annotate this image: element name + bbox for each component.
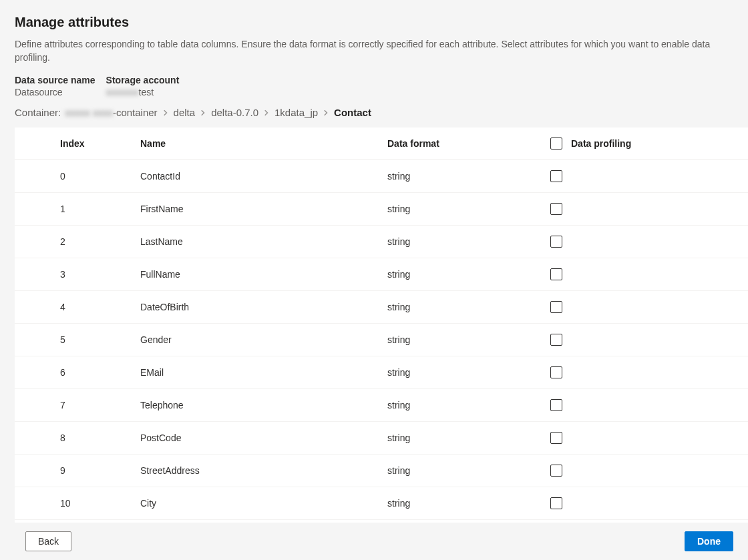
header-spacer (15, 127, 55, 160)
header-data-profiling[interactable]: Data profiling (542, 127, 748, 160)
cell-name: FirstName (135, 193, 382, 226)
data-profiling-checkbox[interactable] (550, 203, 562, 215)
cell-index: 7 (55, 389, 135, 422)
cell-data-profiling (542, 487, 748, 520)
row-spacer (15, 389, 55, 422)
data-profiling-checkbox[interactable] (550, 465, 562, 477)
cell-name: PostCode (135, 422, 382, 455)
cell-name: LastName (135, 226, 382, 258)
cell-data-profiling (542, 160, 748, 193)
cell-data-format: string (382, 422, 542, 455)
redacted-text: xxxxxxx (106, 87, 139, 97)
breadcrumb-prefix: Container: (15, 107, 61, 118)
table-row: 2LastNamestring (15, 226, 748, 258)
data-profiling-checkbox[interactable] (550, 432, 562, 444)
breadcrumb-item-delta[interactable]: delta (174, 107, 196, 118)
data-profiling-checkbox[interactable] (550, 170, 562, 182)
header-index[interactable]: Index (55, 127, 135, 160)
cell-data-profiling (542, 226, 748, 258)
header-data-format[interactable]: Data format (382, 127, 542, 160)
row-spacer (15, 258, 55, 291)
cell-index: 4 (55, 291, 135, 324)
cell-data-format: string (382, 258, 542, 291)
cell-data-profiling (542, 455, 748, 487)
cell-index: 1 (55, 193, 135, 226)
cell-index: 9 (55, 455, 135, 487)
cell-data-format: string (382, 455, 542, 487)
breadcrumb: Container: xxxxx xxxx-container deltadel… (15, 107, 733, 118)
cell-data-format: string (382, 291, 542, 324)
row-spacer (15, 226, 55, 258)
data-profiling-checkbox[interactable] (550, 268, 562, 280)
cell-name: DateOfBirth (135, 291, 382, 324)
chevron-right-icon (322, 109, 330, 117)
cell-data-format: string (382, 226, 542, 258)
table-row: 7Telephonestring (15, 389, 748, 422)
cell-data-format: string (382, 193, 542, 226)
cell-index: 0 (55, 160, 135, 193)
table-row: 4DateOfBirthstring (15, 291, 748, 324)
cell-data-profiling (542, 356, 748, 389)
data-source-name-label: Data source name (15, 75, 96, 85)
meta-row: Data source name Datasource Storage acco… (15, 75, 733, 97)
data-profiling-checkbox[interactable] (550, 236, 562, 248)
cell-data-profiling (542, 258, 748, 291)
row-spacer (15, 193, 55, 226)
row-spacer (15, 487, 55, 520)
cell-name: FullName (135, 258, 382, 291)
cell-name: Gender (135, 324, 382, 356)
done-button[interactable]: Done (685, 531, 733, 551)
table-row: 9StreetAddressstring (15, 455, 748, 487)
select-all-profiling-checkbox[interactable] (550, 137, 562, 150)
cell-data-format: string (382, 389, 542, 422)
data-profiling-checkbox[interactable] (550, 497, 562, 509)
storage-account-value: xxxxxxxtest (106, 87, 180, 97)
footer: Back Done (0, 523, 748, 560)
breadcrumb-item-1kdata_jp[interactable]: 1kdata_jp (274, 107, 318, 118)
cell-data-format: string (382, 160, 542, 193)
table-row: 10Citystring (15, 487, 748, 520)
back-button[interactable]: Back (25, 531, 71, 551)
cell-data-format: string (382, 324, 542, 356)
page-title: Manage attributes (15, 15, 733, 30)
cell-index: 6 (55, 356, 135, 389)
data-profiling-checkbox[interactable] (550, 399, 562, 411)
row-spacer (15, 291, 55, 324)
table-row: 3FullNamestring (15, 258, 748, 291)
page-subtitle: Define attributes corresponding to table… (15, 38, 733, 64)
cell-index: 3 (55, 258, 135, 291)
cell-data-profiling (542, 324, 748, 356)
cell-name: StreetAddress (135, 455, 382, 487)
header-name[interactable]: Name (135, 127, 382, 160)
attributes-table: Index Name Data format Data profiling 0C… (15, 127, 748, 523)
cell-name: ContactId (135, 160, 382, 193)
table-row: 1FirstNamestring (15, 193, 748, 226)
breadcrumb-container[interactable]: xxxxx xxxx-container (65, 107, 157, 118)
data-profiling-checkbox[interactable] (550, 301, 562, 313)
cell-data-profiling (542, 193, 748, 226)
table-row: 0ContactIdstring (15, 160, 748, 193)
data-profiling-checkbox[interactable] (550, 366, 562, 378)
chevron-right-icon (262, 109, 270, 117)
breadcrumb-item-contact: Contact (334, 107, 371, 118)
breadcrumb-item-delta-0.7.0[interactable]: delta-0.7.0 (211, 107, 258, 118)
cell-index: 2 (55, 226, 135, 258)
cell-index: 8 (55, 422, 135, 455)
row-spacer (15, 356, 55, 389)
cell-data-format: string (382, 487, 542, 520)
table-row: 8PostCodestring (15, 422, 748, 455)
row-spacer (15, 455, 55, 487)
cell-data-profiling (542, 422, 748, 455)
cell-data-profiling (542, 389, 748, 422)
cell-name: City (135, 487, 382, 520)
data-source-name-value: Datasource (15, 87, 96, 97)
data-profiling-checkbox[interactable] (550, 334, 562, 346)
redacted-text: xxxxx xxxx (65, 107, 113, 118)
attributes-table-wrap[interactable]: Index Name Data format Data profiling 0C… (15, 127, 748, 523)
table-row: 5Genderstring (15, 324, 748, 356)
storage-account-label: Storage account (106, 75, 180, 85)
chevron-right-icon (199, 109, 207, 117)
row-spacer (15, 324, 55, 356)
header-data-profiling-label: Data profiling (571, 138, 631, 149)
row-spacer (15, 422, 55, 455)
